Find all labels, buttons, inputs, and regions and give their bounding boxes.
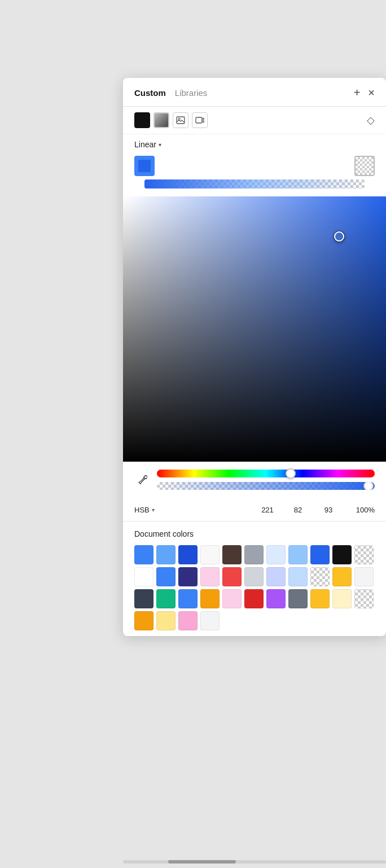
fill-video-icon[interactable] bbox=[192, 112, 208, 128]
document-colors-section: Document colors bbox=[123, 521, 386, 636]
color-swatch[interactable] bbox=[332, 567, 352, 586]
gradient-stop-left[interactable] bbox=[134, 156, 155, 176]
svg-point-1 bbox=[178, 119, 180, 120]
color-swatch[interactable] bbox=[178, 611, 198, 630]
color-swatch[interactable] bbox=[200, 567, 220, 586]
hsb-alpha-input[interactable] bbox=[345, 506, 375, 514]
linear-label-row: Linear ▾ bbox=[123, 134, 386, 154]
add-button[interactable]: + bbox=[354, 87, 361, 98]
color-swatch[interactable] bbox=[354, 567, 374, 586]
color-picker[interactable] bbox=[123, 196, 386, 462]
color-swatch[interactable] bbox=[354, 545, 374, 564]
hue-thumb[interactable] bbox=[286, 468, 296, 479]
alpha-slider[interactable] bbox=[157, 482, 375, 490]
controls-area bbox=[123, 462, 386, 501]
panel-header: Custom Libraries + × bbox=[123, 78, 386, 107]
gradient-stop-row bbox=[134, 154, 375, 193]
color-swatch[interactable] bbox=[134, 545, 153, 564]
color-swatch[interactable] bbox=[178, 545, 198, 564]
fill-solid-swatch[interactable] bbox=[134, 112, 150, 128]
gradient-bar-area bbox=[123, 154, 386, 196]
document-colors-title: Document colors bbox=[134, 529, 375, 538]
color-swatch[interactable] bbox=[266, 545, 286, 564]
hsb-chevron: ▾ bbox=[152, 507, 155, 513]
color-swatch[interactable] bbox=[310, 545, 330, 564]
color-swatch[interactable] bbox=[288, 545, 308, 564]
color-swatch[interactable] bbox=[354, 589, 374, 608]
color-swatch[interactable] bbox=[310, 589, 330, 608]
color-swatch[interactable] bbox=[244, 545, 264, 564]
hsb-fields bbox=[159, 506, 375, 514]
color-swatch[interactable] bbox=[332, 545, 352, 564]
color-swatch[interactable] bbox=[156, 589, 176, 608]
hsb-mode-select[interactable]: HSB ▾ bbox=[134, 506, 155, 514]
color-swatch[interactable] bbox=[244, 567, 264, 586]
color-picker-cursor[interactable] bbox=[334, 231, 344, 242]
color-swatch[interactable] bbox=[288, 589, 308, 608]
color-swatch[interactable] bbox=[222, 545, 242, 564]
alpha-gradient-overlay bbox=[157, 482, 375, 490]
gradient-bar-track[interactable] bbox=[144, 179, 365, 188]
gradient-type-label[interactable]: Linear bbox=[134, 140, 156, 149]
color-swatch[interactable] bbox=[156, 611, 176, 630]
color-swatch[interactable] bbox=[200, 611, 220, 630]
color-picker-gradient bbox=[123, 196, 386, 462]
hsb-row: HSB ▾ bbox=[123, 501, 386, 521]
svg-rect-2 bbox=[196, 117, 202, 123]
color-swatch[interactable] bbox=[332, 589, 352, 608]
color-swatches bbox=[134, 545, 375, 630]
gradient-stop-right[interactable] bbox=[354, 156, 375, 176]
hsb-mode-label: HSB bbox=[134, 506, 150, 514]
scrollbar[interactable] bbox=[123, 860, 386, 863]
color-swatch[interactable] bbox=[178, 589, 198, 608]
color-swatch[interactable] bbox=[178, 567, 198, 586]
color-swatch[interactable] bbox=[200, 545, 220, 564]
tab-custom[interactable]: Custom bbox=[134, 88, 166, 98]
hue-slider[interactable] bbox=[157, 470, 375, 477]
sliders-col bbox=[157, 470, 375, 490]
color-swatch[interactable] bbox=[310, 567, 330, 586]
color-swatch[interactable] bbox=[244, 589, 264, 608]
color-swatch[interactable] bbox=[288, 567, 308, 586]
svg-rect-0 bbox=[177, 117, 185, 124]
color-swatch[interactable] bbox=[134, 567, 153, 586]
alpha-thumb[interactable] bbox=[363, 482, 374, 490]
close-button[interactable]: × bbox=[368, 87, 375, 98]
eyedropper-button[interactable] bbox=[134, 472, 150, 488]
hsb-hue-input[interactable] bbox=[254, 506, 281, 514]
hsb-brightness-input[interactable] bbox=[315, 506, 342, 514]
color-swatch[interactable] bbox=[266, 567, 286, 586]
fill-image-icon[interactable] bbox=[173, 112, 188, 128]
color-swatch[interactable] bbox=[134, 589, 153, 608]
tab-libraries[interactable]: Libraries bbox=[175, 88, 208, 98]
scrollbar-thumb[interactable] bbox=[168, 860, 236, 863]
fill-linear-swatch[interactable] bbox=[153, 112, 169, 128]
opacity-icon[interactable]: ◇ bbox=[367, 114, 375, 126]
color-swatch[interactable] bbox=[200, 589, 220, 608]
color-swatch[interactable] bbox=[156, 567, 176, 586]
color-swatch[interactable] bbox=[222, 567, 242, 586]
fill-type-row: ◇ bbox=[123, 107, 386, 134]
gradient-type-chevron[interactable]: ▾ bbox=[159, 142, 161, 148]
hue-slider-row bbox=[134, 470, 375, 490]
header-actions: + × bbox=[354, 87, 375, 98]
color-swatch[interactable] bbox=[134, 611, 153, 630]
hsb-saturation-input[interactable] bbox=[284, 506, 312, 514]
color-swatch[interactable] bbox=[156, 545, 176, 564]
color-panel: Custom Libraries + × bbox=[123, 78, 386, 636]
color-swatch[interactable] bbox=[266, 589, 286, 608]
color-swatch[interactable] bbox=[222, 589, 242, 608]
